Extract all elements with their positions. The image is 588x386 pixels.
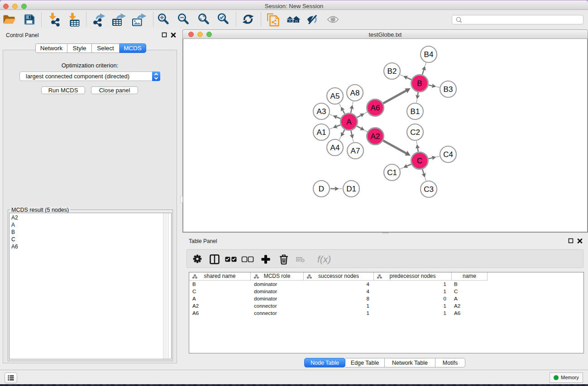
svg-text:A: A xyxy=(346,118,352,126)
svg-text:A5: A5 xyxy=(330,92,340,100)
svg-text:A8: A8 xyxy=(350,89,360,97)
svg-text:A2: A2 xyxy=(371,132,380,141)
svg-text:A1: A1 xyxy=(317,128,326,137)
svg-text:A4: A4 xyxy=(330,143,340,152)
svg-text:B3: B3 xyxy=(444,85,453,94)
svg-text:D1: D1 xyxy=(346,185,356,193)
svg-text:B4: B4 xyxy=(424,50,434,59)
svg-text:A3: A3 xyxy=(317,107,326,116)
svg-text:A7: A7 xyxy=(351,147,360,155)
svg-text:C3: C3 xyxy=(424,185,434,194)
svg-text:C4: C4 xyxy=(443,150,453,159)
svg-text:B2: B2 xyxy=(387,67,397,76)
svg-text:C2: C2 xyxy=(410,128,420,137)
svg-text:A6: A6 xyxy=(371,104,380,112)
svg-text:B1: B1 xyxy=(411,107,420,116)
svg-text:D: D xyxy=(319,185,324,193)
svg-text:C: C xyxy=(417,157,422,165)
svg-text:f(x): f(x) xyxy=(317,254,331,264)
svg-text:B: B xyxy=(417,79,422,88)
svg-text:C1: C1 xyxy=(387,168,397,177)
